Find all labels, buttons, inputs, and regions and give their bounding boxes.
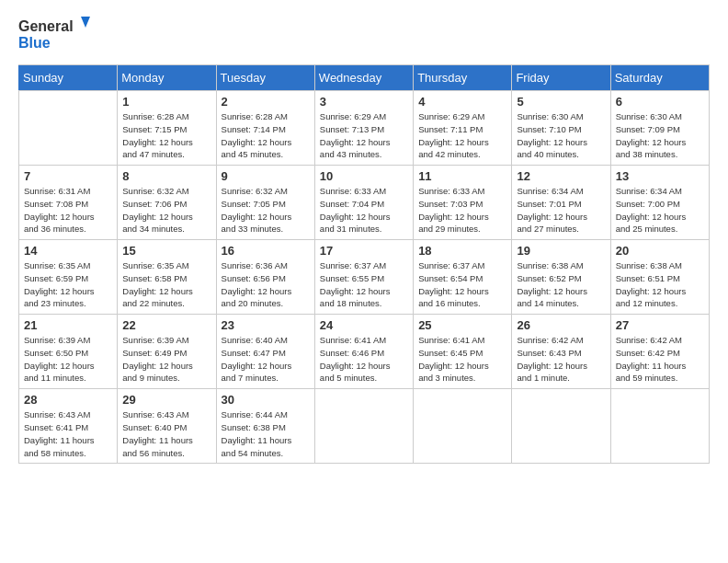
day-info: Sunrise: 6:29 AM Sunset: 7:13 PM Dayligh… <box>320 110 408 161</box>
calendar-week-row: 1Sunrise: 6:28 AM Sunset: 7:15 PM Daylig… <box>19 91 710 166</box>
day-info: Sunrise: 6:42 AM Sunset: 6:42 PM Dayligh… <box>616 334 704 385</box>
calendar-cell <box>610 389 709 464</box>
logo: General Blue <box>18 15 92 55</box>
calendar-cell <box>414 389 512 464</box>
day-info: Sunrise: 6:39 AM Sunset: 6:49 PM Dayligh… <box>122 334 210 385</box>
calendar-cell: 2Sunrise: 6:28 AM Sunset: 7:14 PM Daylig… <box>216 91 314 166</box>
day-number: 13 <box>616 169 704 183</box>
day-info: Sunrise: 6:38 AM Sunset: 6:52 PM Dayligh… <box>517 259 605 310</box>
calendar-cell: 8Sunrise: 6:32 AM Sunset: 7:06 PM Daylig… <box>118 166 216 240</box>
day-number: 6 <box>616 95 704 109</box>
day-number: 11 <box>418 169 506 183</box>
day-info: Sunrise: 6:43 AM Sunset: 6:41 PM Dayligh… <box>24 408 112 459</box>
day-number: 15 <box>122 244 210 258</box>
calendar-cell: 6Sunrise: 6:30 AM Sunset: 7:09 PM Daylig… <box>610 91 709 166</box>
calendar-week-row: 21Sunrise: 6:39 AM Sunset: 6:50 PM Dayli… <box>19 315 710 389</box>
calendar-cell: 27Sunrise: 6:42 AM Sunset: 6:42 PM Dayli… <box>610 315 709 389</box>
day-info: Sunrise: 6:39 AM Sunset: 6:50 PM Dayligh… <box>24 334 112 385</box>
calendar-cell: 22Sunrise: 6:39 AM Sunset: 6:49 PM Dayli… <box>118 315 216 389</box>
day-info: Sunrise: 6:37 AM Sunset: 6:55 PM Dayligh… <box>320 259 408 310</box>
day-number: 12 <box>517 169 605 183</box>
day-info: Sunrise: 6:41 AM Sunset: 6:46 PM Dayligh… <box>320 334 408 385</box>
calendar-cell: 30Sunrise: 6:44 AM Sunset: 6:38 PM Dayli… <box>216 389 314 464</box>
day-info: Sunrise: 6:32 AM Sunset: 7:05 PM Dayligh… <box>222 185 310 236</box>
day-number: 3 <box>320 95 408 109</box>
day-info: Sunrise: 6:29 AM Sunset: 7:11 PM Dayligh… <box>418 110 506 161</box>
day-info: Sunrise: 6:35 AM Sunset: 6:58 PM Dayligh… <box>122 259 210 310</box>
day-number: 26 <box>517 318 605 332</box>
logo-svg: General Blue <box>18 15 92 55</box>
day-number: 1 <box>122 95 210 109</box>
day-info: Sunrise: 6:32 AM Sunset: 7:06 PM Dayligh… <box>122 185 210 236</box>
day-info: Sunrise: 6:42 AM Sunset: 6:43 PM Dayligh… <box>517 334 605 385</box>
calendar-cell: 16Sunrise: 6:36 AM Sunset: 6:56 PM Dayli… <box>216 240 314 315</box>
day-header: Wednesday <box>314 65 413 91</box>
day-number: 17 <box>320 244 408 258</box>
calendar-cell: 7Sunrise: 6:31 AM Sunset: 7:08 PM Daylig… <box>19 166 118 240</box>
calendar-table: SundayMondayTuesdayWednesdayThursdayFrid… <box>18 64 710 464</box>
page-header: General Blue <box>18 15 710 55</box>
day-header: Monday <box>118 65 216 91</box>
calendar-cell: 5Sunrise: 6:30 AM Sunset: 7:10 PM Daylig… <box>512 91 610 166</box>
svg-text:General: General <box>18 18 74 34</box>
day-number: 14 <box>24 244 112 258</box>
day-number: 10 <box>320 169 408 183</box>
day-number: 30 <box>222 393 310 407</box>
day-number: 24 <box>320 318 408 332</box>
calendar-cell: 1Sunrise: 6:28 AM Sunset: 7:15 PM Daylig… <box>118 91 216 166</box>
calendar-cell: 14Sunrise: 6:35 AM Sunset: 6:59 PM Dayli… <box>19 240 118 315</box>
day-info: Sunrise: 6:30 AM Sunset: 7:10 PM Dayligh… <box>517 110 605 161</box>
day-info: Sunrise: 6:30 AM Sunset: 7:09 PM Dayligh… <box>616 110 704 161</box>
calendar-cell: 19Sunrise: 6:38 AM Sunset: 6:52 PM Dayli… <box>512 240 610 315</box>
day-header: Friday <box>512 65 610 91</box>
calendar-cell <box>512 389 610 464</box>
day-number: 28 <box>24 393 112 407</box>
day-info: Sunrise: 6:40 AM Sunset: 6:47 PM Dayligh… <box>222 334 310 385</box>
calendar-cell: 3Sunrise: 6:29 AM Sunset: 7:13 PM Daylig… <box>314 91 413 166</box>
calendar-cell: 17Sunrise: 6:37 AM Sunset: 6:55 PM Dayli… <box>314 240 413 315</box>
day-info: Sunrise: 6:33 AM Sunset: 7:04 PM Dayligh… <box>320 185 408 236</box>
calendar-cell: 21Sunrise: 6:39 AM Sunset: 6:50 PM Dayli… <box>19 315 118 389</box>
calendar-week-row: 7Sunrise: 6:31 AM Sunset: 7:08 PM Daylig… <box>19 166 710 240</box>
day-number: 25 <box>418 318 506 332</box>
calendar-cell: 15Sunrise: 6:35 AM Sunset: 6:58 PM Dayli… <box>118 240 216 315</box>
day-number: 27 <box>616 318 704 332</box>
day-header: Tuesday <box>216 65 314 91</box>
calendar-cell: 4Sunrise: 6:29 AM Sunset: 7:11 PM Daylig… <box>414 91 512 166</box>
day-number: 23 <box>222 318 310 332</box>
day-info: Sunrise: 6:38 AM Sunset: 6:51 PM Dayligh… <box>616 259 704 310</box>
day-info: Sunrise: 6:44 AM Sunset: 6:38 PM Dayligh… <box>222 408 310 459</box>
day-number: 9 <box>222 169 310 183</box>
calendar-cell: 20Sunrise: 6:38 AM Sunset: 6:51 PM Dayli… <box>610 240 709 315</box>
day-info: Sunrise: 6:28 AM Sunset: 7:14 PM Dayligh… <box>222 110 310 161</box>
day-header: Thursday <box>414 65 512 91</box>
day-number: 7 <box>24 169 112 183</box>
day-number: 21 <box>24 318 112 332</box>
calendar-cell <box>19 91 118 166</box>
svg-marker-2 <box>81 17 90 28</box>
calendar-cell: 26Sunrise: 6:42 AM Sunset: 6:43 PM Dayli… <box>512 315 610 389</box>
svg-text:Blue: Blue <box>18 35 51 51</box>
day-header: Saturday <box>610 65 709 91</box>
day-number: 2 <box>222 95 310 109</box>
calendar-body: 1Sunrise: 6:28 AM Sunset: 7:15 PM Daylig… <box>19 91 710 464</box>
calendar-cell: 25Sunrise: 6:41 AM Sunset: 6:45 PM Dayli… <box>414 315 512 389</box>
calendar-week-row: 28Sunrise: 6:43 AM Sunset: 6:41 PM Dayli… <box>19 389 710 464</box>
calendar-header-row: SundayMondayTuesdayWednesdayThursdayFrid… <box>19 65 710 91</box>
calendar-cell: 12Sunrise: 6:34 AM Sunset: 7:01 PM Dayli… <box>512 166 610 240</box>
day-info: Sunrise: 6:28 AM Sunset: 7:15 PM Dayligh… <box>122 110 210 161</box>
day-number: 4 <box>418 95 506 109</box>
day-number: 20 <box>616 244 704 258</box>
day-number: 29 <box>122 393 210 407</box>
calendar-cell: 18Sunrise: 6:37 AM Sunset: 6:54 PM Dayli… <box>414 240 512 315</box>
day-info: Sunrise: 6:33 AM Sunset: 7:03 PM Dayligh… <box>418 185 506 236</box>
day-header: Sunday <box>19 65 118 91</box>
day-info: Sunrise: 6:34 AM Sunset: 7:00 PM Dayligh… <box>616 185 704 236</box>
day-info: Sunrise: 6:31 AM Sunset: 7:08 PM Dayligh… <box>24 185 112 236</box>
day-info: Sunrise: 6:35 AM Sunset: 6:59 PM Dayligh… <box>24 259 112 310</box>
calendar-cell: 24Sunrise: 6:41 AM Sunset: 6:46 PM Dayli… <box>314 315 413 389</box>
calendar-cell: 10Sunrise: 6:33 AM Sunset: 7:04 PM Dayli… <box>314 166 413 240</box>
day-number: 18 <box>418 244 506 258</box>
calendar-cell: 13Sunrise: 6:34 AM Sunset: 7:00 PM Dayli… <box>610 166 709 240</box>
day-number: 19 <box>517 244 605 258</box>
